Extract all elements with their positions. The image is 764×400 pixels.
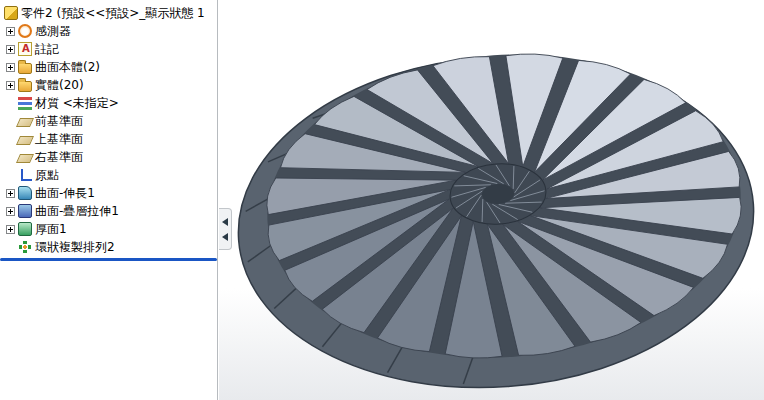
circular-pattern-icon <box>18 240 32 254</box>
plane-icon <box>16 136 34 145</box>
indent-spacer <box>6 99 18 108</box>
tree-root-label: 零件2 (預設<<預設>_顯示狀態 1 <box>21 4 205 22</box>
tree-item-label: 曲面本體(2) <box>35 58 100 76</box>
sensors-icon <box>18 24 32 38</box>
tree-item-label: 前基準面 <box>35 112 83 130</box>
tree-item-label: 曲面-伸長1 <box>35 184 95 202</box>
plane-icon <box>16 154 34 163</box>
surface-loft-icon <box>18 204 32 218</box>
tree-item-material[interactable]: 材質 <未指定> <box>0 94 217 112</box>
graphics-viewport[interactable] <box>219 0 764 400</box>
tree-item-top-plane[interactable]: 上基準面 <box>0 130 217 148</box>
tree-item-right-plane[interactable]: 右基準面 <box>0 148 217 166</box>
tree-item-surface-bodies[interactable]: 曲面本體(2) <box>0 58 217 76</box>
3d-model-impeller[interactable] <box>219 0 764 400</box>
indent-spacer <box>6 171 18 180</box>
collapse-left-icon <box>222 233 228 241</box>
tree-item-label: 原點 <box>35 166 59 184</box>
plane-icon <box>16 118 34 127</box>
panel-collapse-handle[interactable] <box>219 208 232 250</box>
tree-item-label: 曲面-疊層拉伸1 <box>35 202 119 220</box>
rollback-bar[interactable] <box>0 258 217 261</box>
expand-plus-icon[interactable] <box>6 207 15 216</box>
tree-item-circular-pattern2[interactable]: 環狀複製排列2 <box>0 238 217 256</box>
tree-item-solid-bodies[interactable]: 實體(20) <box>0 76 217 94</box>
thicken-icon <box>18 222 32 236</box>
material-icon <box>18 96 32 110</box>
tree-item-label: 實體(20) <box>35 76 84 94</box>
expand-plus-icon[interactable] <box>6 27 15 36</box>
tree-item-label: 上基準面 <box>35 130 83 148</box>
tree-item-annotations[interactable]: 註記 <box>0 40 217 58</box>
tree-item-label: 右基準面 <box>35 148 83 166</box>
tree-item-label: 厚面1 <box>35 220 67 238</box>
tree-item-thicken1[interactable]: 厚面1 <box>0 220 217 238</box>
tree-item-label: 註記 <box>35 40 59 58</box>
tree-item-front-plane[interactable]: 前基準面 <box>0 112 217 130</box>
tree-root-part[interactable]: 零件2 (預設<<預設>_顯示狀態 1 <box>0 4 217 22</box>
expand-plus-icon[interactable] <box>6 189 15 198</box>
tree-item-label: 感測器 <box>35 22 71 40</box>
collapse-left-icon <box>222 218 228 226</box>
tree-item-label: 環狀複製排列2 <box>35 238 115 256</box>
surface-extrude-icon <box>18 186 32 200</box>
part-icon <box>4 6 18 20</box>
expand-plus-icon[interactable] <box>6 81 15 90</box>
feature-tree-panel: 零件2 (預設<<預設>_顯示狀態 1 感測器 註記 曲面本體(2) 實體(20… <box>0 0 218 400</box>
tree-item-surface-loft1[interactable]: 曲面-疊層拉伸1 <box>0 202 217 220</box>
tree-item-origin[interactable]: 原點 <box>0 166 217 184</box>
expand-plus-icon[interactable] <box>6 45 15 54</box>
tree-item-sensors[interactable]: 感測器 <box>0 22 217 40</box>
origin-icon <box>18 168 32 182</box>
tree-item-surface-extrude1[interactable]: 曲面-伸長1 <box>0 184 217 202</box>
expand-plus-icon[interactable] <box>6 63 15 72</box>
expand-plus-icon[interactable] <box>6 225 15 234</box>
annotations-icon <box>18 42 32 56</box>
indent-spacer <box>6 243 18 252</box>
surface-bodies-folder-icon <box>18 63 32 74</box>
tree-item-label: 材質 <未指定> <box>35 94 119 112</box>
solid-bodies-folder-icon <box>18 81 32 92</box>
